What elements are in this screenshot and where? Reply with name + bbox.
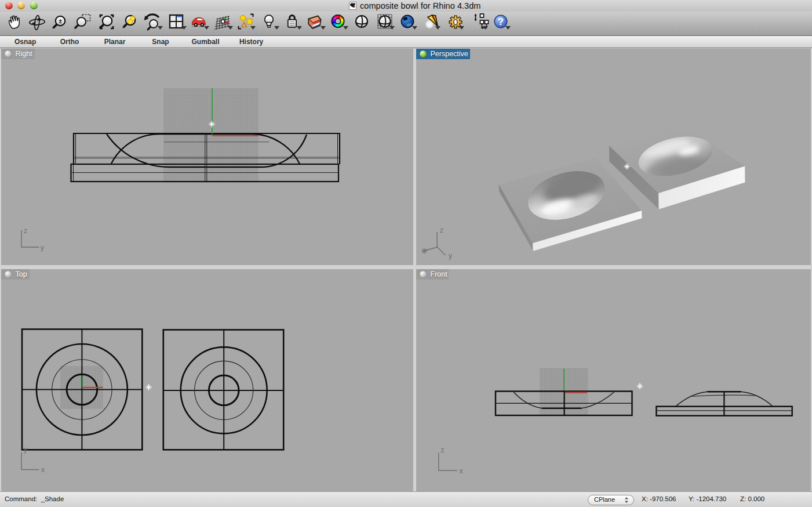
svg-text:y: y xyxy=(24,446,27,454)
svg-text:±: ± xyxy=(59,17,62,24)
svg-text:y: y xyxy=(449,252,452,260)
svg-text:z: z xyxy=(441,446,445,454)
svg-text:z: z xyxy=(440,226,443,234)
svg-text:x: x xyxy=(41,466,45,474)
svg-text:?: ? xyxy=(498,16,504,27)
svg-text:x: x xyxy=(460,467,463,475)
svg-text:y: y xyxy=(41,244,44,252)
svg-text:z: z xyxy=(24,227,27,235)
